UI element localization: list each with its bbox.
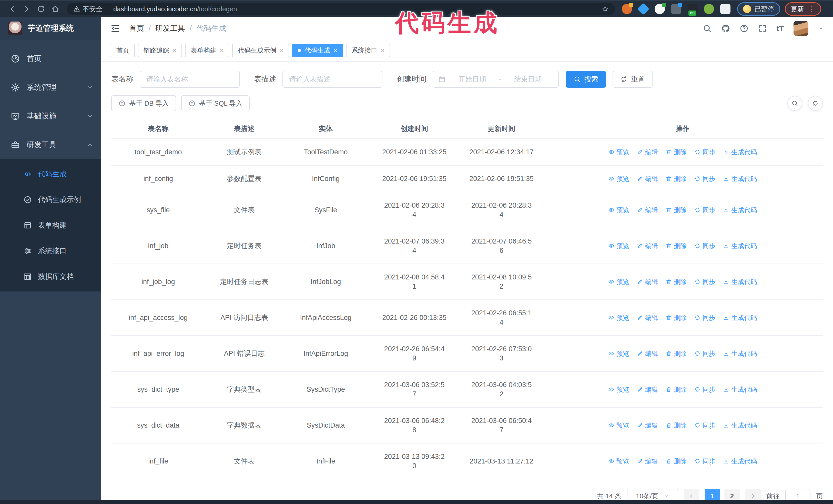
- action-generate[interactable]: 生成代码: [723, 457, 757, 466]
- reset-button[interactable]: 重置: [613, 71, 652, 88]
- tab-codegen-example[interactable]: 代码生成示例×: [232, 44, 289, 57]
- refresh-table-button[interactable]: [808, 96, 823, 111]
- action-generate[interactable]: 生成代码: [723, 349, 757, 358]
- action-preview[interactable]: 预览: [608, 147, 629, 157]
- breadcrumb-item[interactable]: 首页: [129, 23, 144, 33]
- action-delete[interactable]: 删除: [666, 385, 687, 394]
- table-desc-input[interactable]: 请输入表描述: [282, 71, 382, 88]
- close-icon[interactable]: ×: [334, 47, 337, 54]
- tab-form-builder[interactable]: 表单构建×: [185, 44, 229, 57]
- action-edit[interactable]: 编辑: [637, 205, 658, 215]
- submenu-item-codegen[interactable]: 代码生成: [0, 161, 101, 187]
- action-delete[interactable]: 删除: [666, 174, 687, 183]
- action-edit[interactable]: 编辑: [637, 385, 658, 394]
- extension-puzzle-icon[interactable]: [720, 4, 731, 14]
- tab-system-api[interactable]: 系统接口×: [346, 44, 390, 57]
- action-generate[interactable]: 生成代码: [723, 421, 757, 430]
- close-icon[interactable]: ×: [381, 47, 384, 54]
- browser-back-icon[interactable]: [5, 2, 20, 16]
- action-preview[interactable]: 预览: [608, 457, 629, 466]
- table-name-input[interactable]: 请输入表名称: [140, 71, 240, 88]
- tab-codegen[interactable]: 代码生成×: [292, 44, 343, 57]
- action-edit[interactable]: 编辑: [637, 313, 658, 322]
- action-delete[interactable]: 删除: [666, 313, 687, 322]
- action-delete[interactable]: 删除: [666, 349, 687, 358]
- action-preview[interactable]: 预览: [608, 313, 629, 322]
- sidebar-item-system[interactable]: 系统管理: [0, 73, 101, 102]
- browser-forward-icon[interactable]: [20, 2, 34, 16]
- action-edit[interactable]: 编辑: [637, 349, 658, 358]
- search-icon[interactable]: [703, 24, 712, 33]
- sidebar-toggle-icon[interactable]: [110, 23, 120, 33]
- action-sync[interactable]: 同步: [694, 205, 715, 215]
- action-generate[interactable]: 生成代码: [723, 147, 757, 157]
- import-sql-button[interactable]: 基于 SQL 导入: [181, 95, 250, 111]
- close-icon[interactable]: ×: [280, 47, 284, 54]
- action-preview[interactable]: 预览: [608, 277, 629, 286]
- date-range-input[interactable]: 开始日期 - 结束日期: [433, 71, 559, 88]
- action-preview[interactable]: 预览: [608, 241, 629, 250]
- action-preview[interactable]: 预览: [608, 385, 629, 394]
- action-delete[interactable]: 删除: [666, 457, 687, 466]
- action-edit[interactable]: 编辑: [637, 457, 658, 466]
- action-edit[interactable]: 编辑: [637, 174, 658, 183]
- submenu-item-codegen-example[interactable]: 代码生成示例: [0, 187, 101, 213]
- extension-orange-icon[interactable]: [622, 4, 632, 14]
- action-generate[interactable]: 生成代码: [723, 174, 757, 183]
- action-delete[interactable]: 删除: [666, 277, 687, 286]
- action-generate[interactable]: 生成代码: [723, 205, 757, 215]
- action-sync[interactable]: 同步: [694, 385, 715, 394]
- browser-menu-icon[interactable]: ⋮: [808, 5, 815, 13]
- tab-tracing[interactable]: 链路追踪×: [138, 44, 182, 57]
- fullscreen-icon[interactable]: [758, 24, 767, 33]
- action-delete[interactable]: 删除: [666, 205, 687, 215]
- submenu-item-system-api[interactable]: 系统接口: [0, 238, 101, 264]
- chevron-down-icon[interactable]: [818, 26, 824, 31]
- action-sync[interactable]: 同步: [694, 174, 715, 183]
- extension-robot-icon[interactable]: [704, 4, 714, 14]
- action-edit[interactable]: 编辑: [637, 147, 658, 157]
- action-edit[interactable]: 编辑: [637, 277, 658, 286]
- action-sync[interactable]: 同步: [694, 457, 715, 466]
- address-bar[interactable]: 不安全 dashboard.yudao.iocoder.cn /tool/cod…: [67, 3, 615, 15]
- extension-check-icon[interactable]: [654, 4, 665, 14]
- action-sync[interactable]: 同步: [694, 241, 715, 250]
- action-preview[interactable]: 预览: [608, 421, 629, 430]
- breadcrumb-item[interactable]: 研发工具: [155, 23, 185, 33]
- action-preview[interactable]: 预览: [608, 349, 629, 358]
- github-icon[interactable]: [721, 24, 730, 33]
- toggle-search-button[interactable]: [787, 96, 802, 111]
- close-icon[interactable]: ×: [220, 47, 223, 54]
- action-generate[interactable]: 生成代码: [723, 313, 757, 322]
- submenu-item-db-doc[interactable]: 数据库文档: [0, 264, 101, 289]
- app-logo[interactable]: 芋道管理系统: [0, 17, 101, 40]
- action-generate[interactable]: 生成代码: [723, 241, 757, 250]
- browser-reload-icon[interactable]: [34, 2, 48, 16]
- avatar[interactable]: [793, 21, 808, 36]
- help-icon[interactable]: [740, 24, 748, 33]
- extension-gem-icon[interactable]: [637, 3, 649, 15]
- action-sync[interactable]: 同步: [694, 313, 715, 322]
- action-delete[interactable]: 删除: [666, 147, 687, 157]
- action-preview[interactable]: 预览: [608, 174, 629, 183]
- action-sync[interactable]: 同步: [694, 421, 715, 430]
- action-delete[interactable]: 删除: [666, 421, 687, 430]
- action-edit[interactable]: 编辑: [637, 241, 658, 250]
- submenu-item-form-builder[interactable]: 表单构建: [0, 213, 101, 238]
- import-db-button[interactable]: 基于 DB 导入: [111, 95, 176, 111]
- browser-update-button[interactable]: 更新 ⋮: [785, 2, 821, 16]
- action-generate[interactable]: 生成代码: [723, 385, 757, 394]
- browser-home-icon[interactable]: [48, 2, 63, 16]
- action-delete[interactable]: 删除: [666, 241, 687, 250]
- sidebar-item-devtools[interactable]: 研发工具: [0, 130, 101, 159]
- action-sync[interactable]: 同步: [694, 147, 715, 157]
- extension-dark-on-icon[interactable]: on: [687, 4, 698, 14]
- action-edit[interactable]: 编辑: [637, 421, 658, 430]
- action-sync[interactable]: 同步: [694, 349, 715, 358]
- font-size-icon[interactable]: tT: [777, 24, 784, 33]
- sidebar-item-home[interactable]: 首页: [0, 44, 101, 73]
- tab-home[interactable]: 首页: [111, 44, 135, 57]
- action-generate[interactable]: 生成代码: [723, 277, 757, 286]
- sidebar-item-infra[interactable]: 基础设施: [0, 102, 101, 130]
- extension-grid-icon[interactable]: [671, 4, 681, 14]
